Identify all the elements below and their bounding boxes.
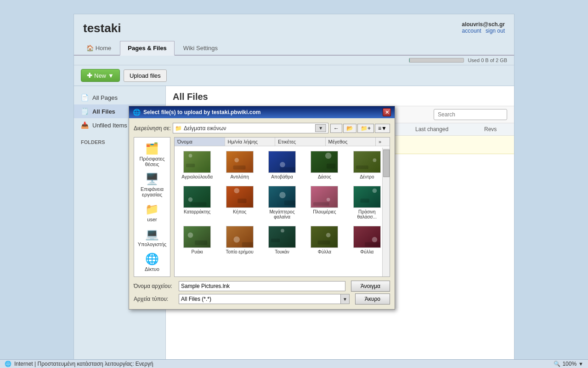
file-item[interactable]: Τουκάν (262, 224, 302, 256)
file-label: Αγριολούλουδα (181, 174, 213, 179)
filetype-dropdown-arrow[interactable]: ▼ (340, 294, 350, 304)
location-dropdown-arrow[interactable]: ▼ (315, 124, 326, 132)
scrollbar-track[interactable] (382, 148, 390, 276)
search-input[interactable] (434, 109, 507, 120)
svg-rect-0 (184, 151, 210, 172)
account-link[interactable]: account (462, 28, 481, 34)
fth-more[interactable]: » (376, 138, 390, 146)
file-item[interactable]: Τοπίο ερήμου (220, 224, 259, 256)
filetype-select-wrap: ▼ (179, 294, 350, 304)
svg-rect-18 (226, 186, 253, 207)
location-bar: Διερεύνηση σε: 📁 Δείγματα εικόνων ▼ ← 📂 … (134, 123, 390, 133)
file-label: Αποβάθρα (271, 174, 293, 179)
panel-header: All Files (166, 86, 514, 106)
fth-date[interactable]: Ημ/νία λήψης (225, 138, 276, 146)
dropdown-arrow-icon: ▼ (108, 72, 114, 79)
panel-title: All Files (173, 92, 507, 102)
file-label: Αντιλόπη (230, 174, 249, 179)
location-label: Διερεύνηση σε: (134, 125, 171, 132)
place-desktop[interactable]: 🖥️ Επιφάνεια εργασίας (134, 171, 170, 199)
filename-input[interactable] (179, 281, 345, 291)
status-text: Internet | Προστατευμένη κατάσταση λειτο… (14, 361, 153, 367)
svg-rect-2 (186, 164, 195, 167)
revs-column-header: Revs (484, 126, 507, 132)
fth-name[interactable]: Όνομα (175, 138, 225, 146)
nav-view-button[interactable]: ≡▼ (375, 124, 390, 133)
nav-up-button[interactable]: 📂 (343, 124, 356, 133)
place-user[interactable]: 📁 user (134, 201, 170, 224)
file-item[interactable]: Πράσινη θαλάσσ... (347, 184, 387, 221)
file-item[interactable]: Μεγάπτερος φαλαίνα (262, 184, 302, 221)
svg-point-43 (372, 237, 377, 242)
file-label: Πράσινη θαλάσσ... (349, 209, 385, 219)
file-item[interactable]: Πλουμέριες (305, 184, 344, 221)
nav-tabs: 🏠 Home Pages & Files Wiki Settings (74, 40, 514, 56)
file-label: Κήπος (233, 209, 246, 214)
file-thumbnail (226, 151, 254, 173)
dialog-bottom: Όνομα αρχείου: Άνοιγμα Αρχεία τύπου: ▼ (134, 281, 390, 305)
dialog-body: Διερεύνηση σε: 📁 Δείγματα εικόνων ▼ ← 📂 … (129, 118, 395, 309)
status-bar: 🌐 Internet | Προστατευμένη κατάσταση λει… (0, 359, 588, 368)
file-label: Τουκάν (275, 249, 289, 254)
files-grid: Αγριολούλουδα Αντιλόπη Αποβάθρα (175, 146, 390, 259)
dialog-icon: 🌐 (133, 109, 141, 116)
file-item[interactable]: Αντιλόπη (220, 149, 259, 181)
file-thumbnail (226, 226, 254, 248)
tab-wiki-settings[interactable]: Wiki Settings (175, 41, 226, 56)
svg-rect-17 (191, 202, 207, 207)
file-item[interactable]: Ρυάκι (177, 224, 217, 256)
file-label: Δέντρο (360, 174, 374, 179)
file-thumbnail (311, 151, 338, 173)
file-item[interactable]: Δάσος (305, 149, 344, 181)
upload-files-button[interactable]: Upload files (124, 69, 167, 82)
svg-rect-41 (318, 241, 330, 245)
svg-rect-5 (233, 166, 245, 170)
cancel-button[interactable]: Άκυρο (355, 293, 390, 305)
fth-tags[interactable]: Ετικέτες (275, 138, 326, 146)
file-item[interactable]: Κήπος (220, 184, 259, 221)
status-globe-icon: 🌐 (5, 361, 11, 367)
tab-home[interactable]: 🏠 Home (79, 41, 119, 56)
svg-point-37 (281, 229, 284, 233)
location-dropdown[interactable]: 📁 Δείγματα εικόνων ▼ (173, 123, 328, 133)
fth-size[interactable]: Μέγεθος (326, 138, 376, 146)
place-recent[interactable]: 🗂️ Πρόσφατες θέσεις (134, 140, 170, 169)
file-item[interactable]: Αποβάθρα (262, 149, 302, 181)
zoom-dropdown-button[interactable]: ▼ (578, 361, 583, 367)
nav-new-folder-button[interactable]: 📁+ (357, 124, 374, 133)
filetype-input[interactable] (179, 294, 350, 304)
file-item[interactable]: Φύλλα (347, 224, 387, 256)
status-left: 🌐 Internet | Προστατευμένη κατάσταση λει… (5, 361, 153, 367)
sidebar-item-all-pages[interactable]: 📄 All Pages (74, 91, 165, 104)
tab-pages-files[interactable]: Pages & Files (120, 41, 175, 56)
place-network[interactable]: 🌐 Δίκτυο (134, 251, 170, 274)
dialog-close-button[interactable]: ✕ (383, 108, 391, 116)
recent-icon: 🗂️ (145, 142, 159, 155)
file-item[interactable]: Δέντρο (347, 149, 387, 181)
scrollbar-thumb[interactable] (383, 150, 390, 177)
dialog-cancel-wrap: Άκυρο (355, 293, 390, 305)
file-upload-dialog[interactable]: 🌐 Select file(s) to upload by testaki.pb… (129, 106, 395, 310)
new-button[interactable]: ✚ New ▼ (81, 69, 120, 82)
svg-point-25 (327, 198, 330, 201)
svg-rect-11 (327, 164, 335, 169)
file-label: Μεγάπτερος φαλαίνα (264, 209, 300, 219)
file-item[interactable]: Φύλλα (305, 224, 344, 256)
svg-point-7 (280, 162, 285, 167)
file-label: Φύλλα (360, 249, 373, 254)
zoom-icon: 🔍 (554, 361, 560, 367)
filename-row: Όνομα αρχείου: Άνοιγμα (134, 281, 390, 292)
nav-back-button[interactable]: ← (330, 124, 342, 133)
svg-point-34 (233, 236, 240, 243)
svg-point-31 (188, 232, 193, 238)
place-computer[interactable]: 💻 Υπολογιστής (134, 226, 170, 249)
user-email: alouvris@sch.gr (459, 21, 505, 28)
svg-rect-9 (311, 151, 338, 172)
svg-rect-35 (242, 242, 253, 247)
signout-link[interactable]: sign out (486, 28, 505, 34)
file-thumbnail (268, 151, 296, 173)
file-item[interactable]: Καταρράκτης (177, 184, 217, 221)
plus-icon: ✚ (87, 72, 92, 79)
file-item[interactable]: Αγριολούλουδα (177, 149, 217, 181)
open-button[interactable]: Άνοιγμα (351, 281, 390, 292)
